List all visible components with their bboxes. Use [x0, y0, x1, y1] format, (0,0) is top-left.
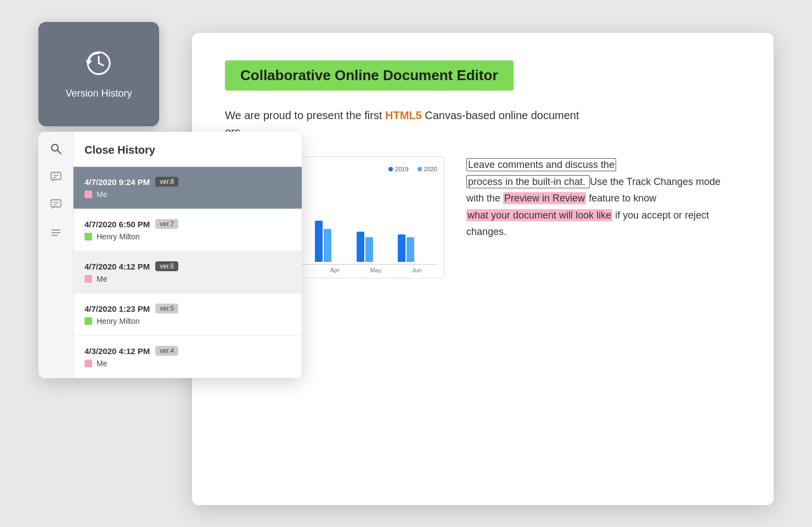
- comment-box-1: Leave comments and discuss the: [466, 158, 616, 171]
- review-text-4: feature to know: [589, 193, 656, 204]
- author-dot-ver6: [84, 275, 92, 283]
- author-dot-ver8: [84, 190, 92, 198]
- intro-html5: HTML5: [385, 109, 422, 121]
- history-clock-icon: [84, 49, 113, 83]
- version-date-ver5: 4/7/2020 1:23 PM: [84, 304, 150, 313]
- review-text-2: process in the built-in chat.: [468, 176, 585, 187]
- version-date-ver8: 4/7/2020 9:24 PM: [84, 177, 150, 187]
- legend-2020: 2020: [418, 166, 437, 172]
- chat-icon[interactable]: [50, 199, 62, 214]
- version-entry-ver5[interactable]: 4/7/2020 1:23 PM ver.5 Henry Milton: [74, 294, 302, 336]
- author-dot-ver7: [84, 233, 92, 240]
- bar-may-2019: [357, 232, 364, 262]
- comment-icon[interactable]: [50, 171, 62, 186]
- lines-icon[interactable]: [50, 227, 62, 242]
- version-badge-ver5: ver.5: [155, 304, 178, 313]
- scene: Collaborative Online Document Editor We …: [38, 22, 774, 505]
- legend-dot-2020: [418, 167, 422, 171]
- svg-point-1: [52, 144, 58, 151]
- document-title-bar: Collaborative Online Document Editor: [225, 60, 514, 91]
- document-body: 2019 2020: [225, 156, 741, 278]
- bar-apr-2020: [324, 229, 331, 262]
- intro-before: We are proud to present the first: [225, 109, 385, 121]
- version-author-ver7: Henry Milton: [84, 232, 291, 241]
- close-history-button[interactable]: Close History: [74, 132, 302, 167]
- author-name-ver5: Henry Milton: [97, 317, 140, 326]
- legend-dot-2019: [388, 167, 393, 171]
- version-author-ver8: Me: [84, 190, 291, 199]
- review-highlight-1: Preview in Review: [503, 192, 586, 204]
- author-name-ver4: Me: [97, 359, 107, 368]
- version-badge-ver8: ver.8: [155, 177, 178, 187]
- version-author-ver4: Me: [84, 359, 291, 368]
- version-date-ver4: 4/3/2020 4:12 PM: [84, 346, 150, 356]
- author-dot-ver5: [84, 317, 92, 325]
- bar-may-2020: [365, 237, 373, 262]
- bar-group-apr: [315, 221, 354, 262]
- document-intro: We are proud to present the first HTML5 …: [225, 107, 741, 140]
- svg-rect-6: [51, 200, 61, 207]
- panel-sidebar: [38, 132, 74, 378]
- version-date-ver7: 4/7/2020 6:50 PM: [84, 220, 150, 229]
- version-entry-ver7[interactable]: 4/7/2020 6:50 PM ver.7 Henry Milton: [74, 209, 302, 251]
- chart-label-jun: Jun: [396, 267, 437, 273]
- version-author-ver6: Me: [84, 274, 291, 283]
- version-badge-ver7: ver.7: [155, 219, 178, 229]
- version-badge-ver6: ver.6: [155, 261, 178, 271]
- version-entry-ver8[interactable]: 4/7/2020 9:24 PM ver.8 Me: [74, 167, 302, 209]
- chart-label-may: May: [355, 267, 396, 273]
- legend-2019: 2019: [388, 166, 408, 172]
- intro-after: Canvas-based online document: [422, 109, 579, 121]
- review-highlight-2: what your document will look like: [466, 209, 612, 221]
- review-text-1: Leave comments and discuss the: [468, 159, 614, 170]
- svg-rect-3: [51, 172, 61, 180]
- bar-jun-2020: [407, 237, 414, 262]
- bar-jun-2019: [398, 234, 405, 262]
- version-entry-top-ver8: 4/7/2020 9:24 PM ver.8: [84, 177, 291, 187]
- document-title: Collaborative Online Document Editor: [240, 67, 498, 83]
- chart-label-apr: Apr: [314, 267, 356, 273]
- version-date-ver6: 4/7/2020 4:12 PM: [84, 262, 150, 271]
- panel-main: Close History 4/7/2020 9:24 PM ver.8 Me …: [74, 132, 302, 378]
- version-history-icon-card[interactable]: Version History: [38, 22, 159, 126]
- version-history-label: Version History: [65, 88, 132, 99]
- version-entry-ver6[interactable]: 4/7/2020 4:12 PM ver.6 Me: [74, 251, 302, 294]
- comment-box-2: process in the built-in chat.: [466, 175, 590, 188]
- version-entry-top-ver4: 4/3/2020 4:12 PM ver.4: [84, 346, 291, 356]
- author-name-ver7: Henry Milton: [97, 232, 140, 241]
- version-entry-top-ver7: 4/7/2020 6:50 PM ver.7: [84, 219, 291, 229]
- author-name-ver6: Me: [97, 274, 107, 283]
- bar-group-may: [357, 232, 396, 262]
- review-text: Leave comments and discuss the process i…: [466, 156, 741, 240]
- history-panel: Close History 4/7/2020 9:24 PM ver.8 Me …: [38, 132, 302, 378]
- version-entry-ver4[interactable]: 4/3/2020 4:12 PM ver.4 Me: [74, 336, 302, 378]
- search-icon[interactable]: [50, 143, 62, 158]
- author-name-ver8: Me: [97, 190, 107, 199]
- version-entry-top-ver6: 4/7/2020 4:12 PM ver.6: [84, 261, 291, 271]
- bar-group-jun: [398, 234, 437, 262]
- author-dot-ver4: [84, 360, 92, 367]
- bar-apr-2019: [315, 221, 323, 262]
- version-entry-top-ver5: 4/7/2020 1:23 PM ver.5: [84, 304, 291, 313]
- svg-line-2: [58, 150, 61, 154]
- version-badge-ver4: ver.4: [155, 346, 178, 356]
- version-author-ver5: Henry Milton: [84, 317, 291, 326]
